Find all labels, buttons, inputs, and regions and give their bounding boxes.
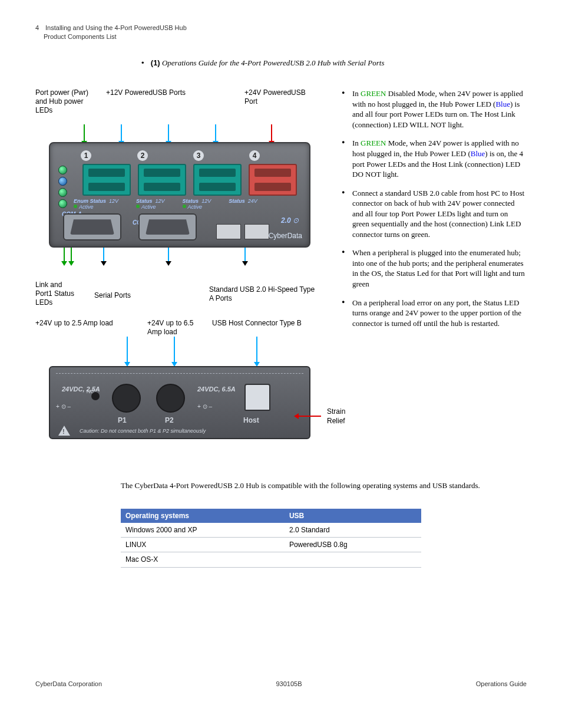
table-cell: PoweredUSB 0.8g — [285, 538, 421, 552]
power-rating-2: 24VDC, 6.5A — [197, 385, 236, 394]
footer-right: Operations Guide — [476, 680, 527, 689]
table-cell — [285, 552, 421, 567]
bullet-item: On a peripheral load error on any port, … — [342, 298, 527, 329]
usb-port-icon — [138, 164, 186, 196]
arrow-up-icon — [244, 248, 246, 262]
table-cell: Windows 2000 and XP — [121, 523, 285, 538]
status-labels-row: Enum Status 12VActive Status 12VActive S… — [74, 199, 302, 210]
polarity-icon: + ⊙ – — [197, 403, 212, 411]
guide-title: Operations Guide for the 4-Port PoweredU… — [162, 58, 385, 67]
table-header-row: Operating systems USB — [121, 509, 421, 523]
compatibility-intro: The CyberData 4-Port PoweredUSB 2.0 Hub … — [121, 480, 521, 491]
device-front-view: 1 2 3 4 Enum Status 12VActive Status 12V… — [49, 142, 310, 248]
arrow-down-icon — [84, 124, 85, 142]
footer-center: 930105B — [276, 680, 302, 689]
bullet-item: When a peripheral is plugged into the en… — [342, 248, 527, 289]
led-icon — [58, 188, 67, 197]
table-cell: Mac OS-X — [121, 552, 285, 567]
device-back-view: 24VDC, 2.5A NC 24VDC, 6.5A + ⊙ – + ⊙ – P… — [49, 366, 310, 439]
diagram-column: Port power (Pwr) and Hub power LEDs +12V… — [35, 88, 324, 457]
top-bullet-line: • (1) Operations Guide for the 4-Port Po… — [141, 58, 527, 68]
host-label: Host — [243, 416, 259, 425]
label-host-type-b: USB Host Connector Type B — [212, 319, 302, 328]
arrow-down-icon — [127, 337, 128, 363]
compatibility-table: Operating systems USB Windows 2000 and X… — [121, 509, 421, 568]
caution-text: Caution: Do not connect both P1 & P2 sim… — [80, 427, 206, 434]
page-header: 4 Installing and Using the 4-Port Powere… — [35, 24, 527, 41]
led-icon — [58, 166, 67, 174]
arrow-down-icon — [215, 124, 216, 142]
footer-left: CyberData Corporation — [35, 680, 102, 689]
brand-label: CyberData — [269, 231, 302, 241]
led-icon — [58, 199, 67, 208]
bullet-item: Connect a standard USB 2.0 cable from ho… — [342, 188, 527, 240]
label-serial-ports: Serial Ports — [94, 291, 131, 300]
green-text: GREEN — [361, 89, 386, 98]
table-header: Operating systems — [121, 509, 285, 523]
usb-a-port-icon — [244, 224, 269, 239]
hazard-icon — [58, 426, 70, 436]
din-jack-icon — [112, 384, 141, 413]
p2-label: P2 — [165, 416, 174, 425]
item-count: (1) — [151, 58, 160, 67]
din-jack-icon — [156, 384, 185, 413]
usb-port-icon — [193, 164, 242, 196]
label-link-status: Link and Port1 Status LEDs — [35, 281, 77, 307]
port-number: 3 — [193, 150, 204, 161]
table-row: Mac OS-X — [121, 552, 421, 567]
arrow-up-icon — [64, 248, 65, 262]
green-text: GREEN — [361, 139, 386, 147]
led-icon — [58, 177, 67, 186]
serial-port-icon — [138, 213, 197, 241]
port-number: 2 — [137, 150, 148, 161]
usb-b-port-icon — [244, 384, 270, 411]
blue-text: Blue — [471, 149, 485, 158]
arrow-up-icon — [71, 248, 72, 262]
header-title-2: Product Components List — [44, 33, 117, 40]
usb-port-icon — [82, 164, 131, 196]
label-24v-65a: +24V up to 6.5 Amp load — [147, 319, 200, 337]
label-12v-ports: +12V PoweredUSB Ports — [106, 88, 186, 97]
nc-jack-icon — [91, 392, 100, 400]
arrow-down-icon — [174, 337, 175, 363]
arrow-up-icon — [103, 248, 104, 262]
arrow-down-icon — [256, 337, 257, 363]
blue-text: Blue — [495, 100, 510, 108]
table-row: Windows 2000 and XP 2.0 Standard — [121, 523, 421, 538]
label-type-a-ports: Standard USB 2.0 Hi-Speed Type A Ports — [209, 285, 315, 303]
page-footer: CyberData Corporation 930105B Operations… — [35, 680, 527, 689]
usb-badge: 2.0 ⊙ — [281, 216, 299, 225]
arrow-left-icon — [297, 416, 321, 417]
table-cell: 2.0 Standard — [285, 523, 421, 538]
header-title-1: Installing and Using the 4-Port PoweredU… — [45, 24, 187, 31]
bullet-list-column: In GREEN Disabled Mode, when 24V power i… — [342, 88, 527, 457]
label-24v-port: +24V PoweredUSB Port — [244, 88, 315, 106]
port-number: 1 — [81, 150, 91, 161]
table-header: USB — [285, 509, 421, 523]
usb-a-port-icon — [216, 224, 241, 239]
table-row: LINUX PoweredUSB 0.8g — [121, 538, 421, 552]
p1-label: P1 — [118, 416, 127, 425]
bullet-item: In GREEN Disabled Mode, when 24V power i… — [342, 88, 527, 130]
arrow-down-icon — [121, 124, 122, 142]
power-leds — [58, 166, 67, 208]
page-number: 4 — [35, 24, 44, 32]
label-24v-25a: +24V up to 2.5 Amp load — [35, 319, 113, 328]
bullet-dot-icon: • — [141, 58, 144, 67]
port-number: 4 — [249, 150, 260, 161]
serial-port-icon — [63, 213, 121, 241]
arrow-up-icon — [168, 248, 169, 262]
table-cell: LINUX — [121, 538, 285, 552]
usb-port-24v-icon — [249, 164, 297, 196]
arrow-down-icon — [271, 124, 272, 142]
polarity-icon: + ⊙ – — [56, 403, 71, 411]
label-port-power-leds: Port power (Pwr) and Hub power LEDs — [35, 88, 100, 115]
arrow-down-icon — [168, 124, 169, 142]
bullet-item: In GREEN Mode, when 24V power is applied… — [342, 138, 527, 179]
label-strain-relief: Strain Relief — [327, 407, 345, 426]
